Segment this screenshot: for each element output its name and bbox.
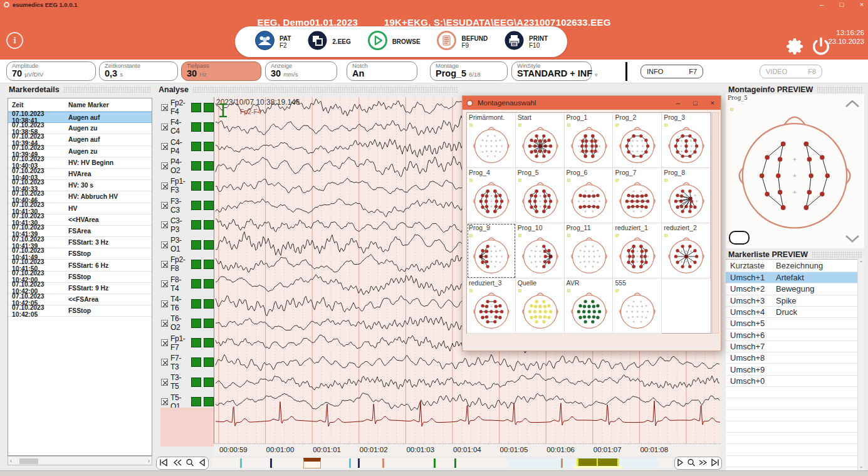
channel-indicator[interactable] xyxy=(191,142,201,151)
markerliste-row[interactable]: Umsch+9 xyxy=(726,364,864,375)
preview-up-chevron-icon[interactable] xyxy=(845,99,860,110)
channel-indicator[interactable] xyxy=(204,357,214,367)
fast-forward-icon[interactable] xyxy=(698,458,708,469)
channel-indicator[interactable] xyxy=(191,357,201,367)
montage-cell-prog_3[interactable]: Prog_3 xyxy=(662,113,711,168)
channel-checkbox[interactable] xyxy=(161,339,168,346)
channel-indicator[interactable] xyxy=(204,378,214,387)
montage-cell-reduziert_1[interactable]: reduziert_1 xyxy=(613,223,662,278)
zoom-icon[interactable] xyxy=(687,458,696,469)
video-f8-button[interactable]: VIDEOF8 xyxy=(760,65,822,78)
channel-indicator[interactable] xyxy=(191,161,201,171)
channel-row-f7-t3[interactable]: F7-T3 xyxy=(161,356,214,369)
channel-row-c3-p3[interactable]: C3-P3 xyxy=(161,218,214,232)
step-forward-icon[interactable] xyxy=(676,458,684,469)
channel-indicator[interactable] xyxy=(204,122,214,132)
channel-checkbox[interactable] xyxy=(161,162,168,169)
channel-checkbox[interactable] xyxy=(161,280,168,287)
channel-indicator[interactable] xyxy=(191,299,201,309)
toolbar-button-pat[interactable]: PATF2 xyxy=(254,30,291,53)
rewind-icon[interactable] xyxy=(172,458,182,469)
channel-indicator[interactable] xyxy=(204,142,214,151)
channel-row-fp1-f7[interactable]: Fp1-F7 xyxy=(161,336,214,350)
channel-indicator[interactable] xyxy=(204,161,214,171)
channel-row-f4-c4[interactable]: F4-C4 xyxy=(161,120,214,134)
channel-row-p3-o1[interactable]: P3-O1 xyxy=(161,238,214,251)
montage-cell-reduziert_3[interactable]: reduziert_3 xyxy=(467,278,516,334)
channel-row-f8-t4[interactable]: F8-T4 xyxy=(161,277,214,291)
setting-notch[interactable]: NotchAn xyxy=(347,61,417,81)
timeline-bar[interactable] xyxy=(211,458,672,468)
markerliste-row[interactable]: Umsch+8 xyxy=(726,352,864,364)
montage-cell-555[interactable]: 555 xyxy=(613,278,662,334)
zoom-icon[interactable] xyxy=(186,458,194,469)
markerliste-row[interactable]: Umsch+0 xyxy=(726,376,864,387)
info-icon[interactable]: i xyxy=(6,32,23,49)
setting-tiefpass[interactable]: Tiefpass30 Hz xyxy=(181,61,261,81)
markerliste-row[interactable]: Umsch+1Artefakt xyxy=(726,272,864,283)
channel-indicator[interactable] xyxy=(204,319,214,328)
minimize-button[interactable]: – xyxy=(817,1,827,8)
markerliste-scrollbar[interactable]: ⌃ ⌄ xyxy=(857,259,864,470)
channel-indicator[interactable] xyxy=(204,201,214,210)
dialog-maximize-button[interactable]: □ xyxy=(693,99,698,107)
markerliste-row[interactable]: Umsch+2Bewegung xyxy=(726,283,864,295)
channel-row-fp2-f4[interactable]: Fp2-F4 xyxy=(161,100,214,114)
montage-cell-prog_11[interactable]: Prog_11 xyxy=(565,223,614,278)
dialog-close-button[interactable]: × xyxy=(711,99,714,107)
channel-indicator[interactable] xyxy=(204,299,214,309)
channel-row-fp1-f3[interactable]: Fp1-F3 xyxy=(161,179,214,193)
channel-row-t6-o2[interactable]: T6-O2 xyxy=(161,316,214,330)
channel-indicator[interactable] xyxy=(191,201,201,210)
settings-gear-icon[interactable] xyxy=(784,36,805,57)
channel-indicator[interactable] xyxy=(191,181,201,191)
channel-indicator[interactable] xyxy=(204,240,214,250)
skip-to-start-icon[interactable] xyxy=(159,458,169,469)
info-f7-button[interactable]: INFOF7 xyxy=(641,65,703,78)
montage-cell-primrmont[interactable]: Primärmont. xyxy=(467,113,516,168)
channel-checkbox[interactable] xyxy=(161,124,168,130)
markerliste-row[interactable]: Umsch+7 xyxy=(726,341,864,352)
montage-cell-start[interactable]: Start xyxy=(516,113,565,168)
close-button[interactable]: × xyxy=(857,1,867,8)
channel-row-t5-o1[interactable]: T5-O1 xyxy=(161,395,214,409)
markerliste-row[interactable]: Umsch+4Druck xyxy=(726,307,864,318)
markerliste-row[interactable]: Umsch+5 xyxy=(726,318,864,329)
dialog-scrollbar[interactable] xyxy=(712,112,719,334)
channel-indicator[interactable] xyxy=(191,103,201,112)
markerliste-row[interactable]: Umsch+6 xyxy=(726,329,864,341)
montage-cell-prog_2[interactable]: Prog_2 xyxy=(613,113,662,168)
channel-indicator[interactable] xyxy=(204,279,214,288)
montage-cell-avr[interactable]: AVR xyxy=(565,278,614,334)
channel-checkbox[interactable] xyxy=(161,221,168,228)
timeline-position-indicator[interactable] xyxy=(303,458,321,468)
skip-to-end-icon[interactable] xyxy=(710,458,720,469)
channel-indicator[interactable] xyxy=(204,260,214,269)
step-back-icon[interactable] xyxy=(198,458,206,469)
channel-indicator[interactable] xyxy=(191,378,201,387)
marker-row[interactable]: 07.10.2023 10:42:05FSStop xyxy=(8,305,152,317)
channel-indicator[interactable] xyxy=(191,240,201,250)
channel-checkbox[interactable] xyxy=(161,261,168,268)
channel-indicator[interactable] xyxy=(191,260,201,269)
toolbar-button-browse[interactable]: BROWSE xyxy=(367,30,421,53)
toolbar-button-print[interactable]: PRINTF10 xyxy=(504,30,548,53)
channel-checkbox[interactable] xyxy=(161,241,168,248)
channel-checkbox[interactable] xyxy=(161,379,168,386)
setting-winstyle[interactable]: WinStyleSTANDARD + INF ▿ xyxy=(511,61,592,81)
channel-indicator[interactable] xyxy=(191,397,201,406)
toolbar-button-befund[interactable]: BEFUNDF9 xyxy=(436,30,488,53)
channel-row-t3-t5[interactable]: T3-T5 xyxy=(161,375,214,389)
channel-row-f3-c3[interactable]: F3-C3 xyxy=(161,199,214,213)
channel-indicator[interactable] xyxy=(204,397,214,406)
montage-cell-reduziert_2[interactable]: reduziert_2 xyxy=(662,223,711,278)
montage-cell-prog_7[interactable]: Prog_7 xyxy=(613,168,662,223)
channel-row-p4-o2[interactable]: P4-O2 xyxy=(161,159,214,173)
channel-checkbox[interactable] xyxy=(161,359,168,366)
preview-down-chevron-icon[interactable] xyxy=(845,235,860,246)
montage-cell-quelle[interactable]: Quelle xyxy=(516,278,565,334)
channel-checkbox[interactable] xyxy=(161,320,168,327)
dialog-titlebar[interactable]: Montagenauswahl – □ × xyxy=(463,96,721,110)
setting-zeitkonstante[interactable]: Zeitkonstante0,3 s xyxy=(99,61,178,81)
montage-cell-prog_1[interactable]: Prog_1 xyxy=(565,113,614,168)
